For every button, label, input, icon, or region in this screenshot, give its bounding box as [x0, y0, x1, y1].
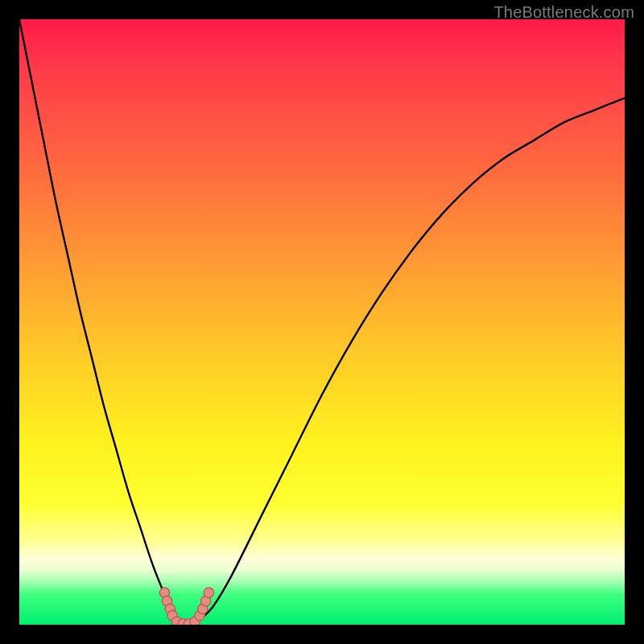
watermark-text: TheBottleneck.com [493, 3, 634, 22]
bottleneck-curve-path [19, 19, 625, 625]
curve-marker [204, 588, 213, 597]
bottleneck-curve-svg [19, 19, 625, 625]
chart-plot-area [19, 19, 625, 625]
curve-markers [159, 588, 213, 625]
